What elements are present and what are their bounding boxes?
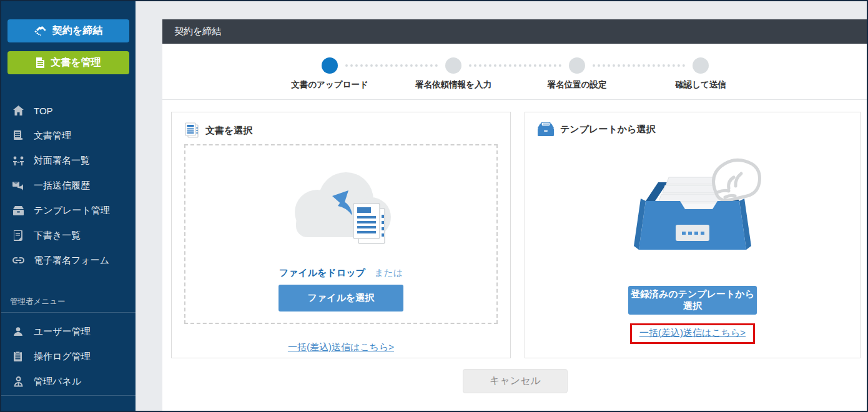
archive-box-icon [12, 204, 24, 217]
sidebar-item-operation-log[interactable]: 操作ログ管理 [1, 344, 136, 369]
sidebar-item-label: 下書き一覧 [34, 230, 81, 242]
card-title: テンプレートから選択 [560, 124, 655, 135]
step-enter-signing-request-info: 署名依頼情報を入力 [392, 57, 515, 91]
bulk-send-link[interactable]: 一括(差込)送信はこちら> [639, 327, 746, 338]
user-icon [12, 325, 24, 338]
conclude-contract-label: 契約を締結 [52, 24, 102, 37]
main-area: 契約を締結 文書のアップロード 署名依頼情報を入力 署名位置の設定 確認して送信 [136, 1, 868, 411]
sidebar-item-esign-form[interactable]: 電子署名フォーム [1, 248, 136, 273]
sidebar-item-label: 文書管理 [34, 130, 71, 142]
step-dot [693, 57, 709, 74]
sidebar-item-label: 電子署名フォーム [34, 255, 109, 267]
cloud-upload-illustration [279, 167, 403, 261]
handshake-icon [34, 26, 47, 36]
admin-person-icon [12, 375, 24, 388]
sidebar-item-label: 対面署名一覧 [34, 155, 90, 167]
content-panel: 契約を締結 文書のアップロード 署名依頼情報を入力 署名位置の設定 確認して送信 [162, 19, 868, 411]
file-dropzone[interactable]: ファイルをドロップ または ファイルを選択 [184, 144, 498, 324]
sidebar-divider [1, 312, 136, 313]
document-icon [36, 57, 45, 68]
manage-documents-label: 文書を管理 [51, 56, 101, 69]
manage-documents-button[interactable]: 文書を管理 [7, 51, 129, 74]
stepper: 文書のアップロード 署名依頼情報を入力 署名位置の設定 確認して送信 [162, 44, 868, 100]
log-clipboard-icon [12, 350, 24, 363]
sidebar-menu: TOP 文書管理 対面署名一覧 一括送信履歴 テンプレート管理 [1, 98, 136, 273]
draft-icon [12, 229, 24, 242]
document-lines-icon [12, 129, 24, 142]
people-icon [12, 154, 24, 167]
sidebar-item-label: テンプレート管理 [34, 205, 110, 217]
sidebar-item-draft-list[interactable]: 下書き一覧 [1, 223, 136, 248]
sidebar-item-label: TOP [34, 105, 53, 116]
sidebar-item-bulk-send-history[interactable]: 一括送信履歴 [1, 173, 136, 198]
step-dot-active [322, 57, 338, 74]
red-highlight-annotation: 一括(差込)送信はこちら> [630, 323, 755, 344]
select-registered-template-button[interactable]: 登録済みのテンプレートから選択 [628, 286, 757, 315]
sidebar-item-label: 管理パネル [34, 376, 81, 388]
template-box-illustration [611, 139, 774, 270]
sidebar-item-top[interactable]: TOP [1, 98, 136, 123]
template-box-icon [538, 122, 554, 136]
sidebar-item-user-management[interactable]: ユーザー管理 [1, 319, 136, 344]
link-icon [12, 254, 24, 267]
home-icon [12, 104, 24, 117]
sidebar: 契約を締結 文書を管理 TOP 文書管理 対面署名一覧 [1, 1, 136, 411]
card-title: 文書を選択 [205, 125, 252, 137]
sidebar-item-label: ユーザー管理 [34, 326, 91, 338]
drop-file-text: ファイルをドロップ [279, 267, 365, 278]
sidebar-item-label: 一括送信履歴 [34, 180, 90, 192]
sidebar-item-document-management[interactable]: 文書管理 [1, 123, 136, 148]
or-text: または [374, 267, 403, 278]
step-confirm-and-send: 確認して送信 [639, 57, 762, 91]
page-title: 契約を締結 [162, 19, 868, 44]
sidebar-divider [1, 395, 136, 396]
admin-menu-heading: 管理者メニュー [10, 297, 136, 307]
select-file-button[interactable]: ファイルを選択 [279, 285, 403, 311]
sidebar-footer [1, 395, 136, 411]
sidebar-item-label: 操作ログ管理 [34, 351, 91, 363]
sidebar-item-template-management[interactable]: テンプレート管理 [1, 198, 136, 223]
step-upload-document: 文書のアップロード [268, 57, 392, 91]
admin-menu: ユーザー管理 操作ログ管理 管理パネル [1, 319, 136, 394]
step-dot [569, 57, 585, 74]
send-history-icon [12, 179, 24, 192]
sidebar-item-in-person-signing[interactable]: 対面署名一覧 [1, 148, 136, 173]
sidebar-item-admin-panel[interactable]: 管理パネル [1, 369, 136, 394]
step-dot [445, 57, 461, 74]
bulk-send-link[interactable]: 一括(差込)送信はこちら> [288, 341, 394, 352]
select-document-card: 文書を選択 [171, 112, 511, 358]
cancel-button[interactable]: キャンセル [463, 369, 568, 393]
step-set-signature-position: 署名位置の設定 [515, 57, 639, 91]
select-template-card: テンプレートから選択 [525, 112, 861, 358]
documents-stack-icon [184, 122, 199, 139]
conclude-contract-button[interactable]: 契約を締結 [7, 19, 129, 42]
